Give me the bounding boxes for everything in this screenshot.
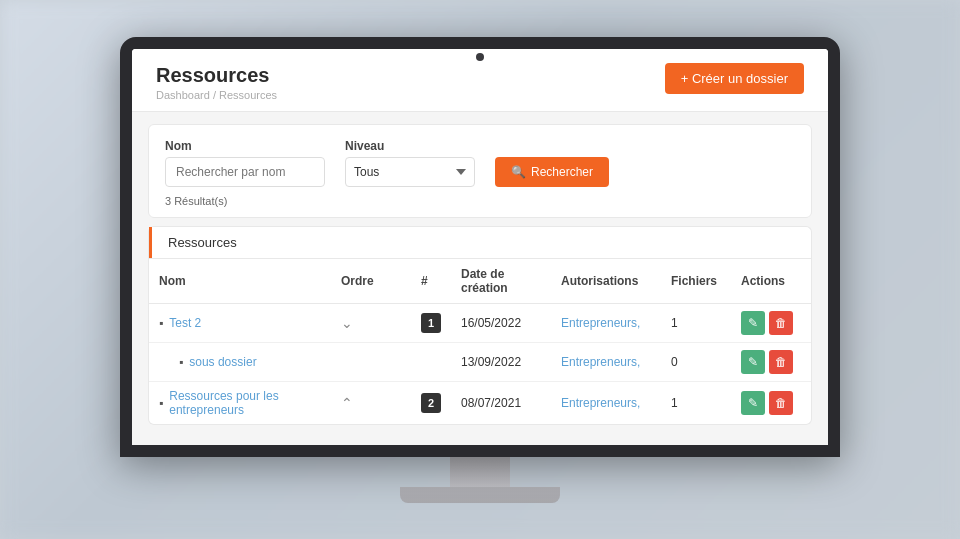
row3-order-badge: 2 (421, 393, 441, 413)
row3-ordre: ⌃ (331, 381, 411, 424)
row3-edit-button[interactable]: ✎ (741, 391, 765, 415)
filter-nom-label: Nom (165, 139, 325, 153)
table-row: ▪ Ressources pour les entrepreneurs ⌃ (149, 381, 811, 424)
breadcrumb: Dashboard / Ressources (156, 89, 277, 101)
row1-name-link[interactable]: Test 2 (169, 316, 201, 330)
results-count: 3 Résultat(s) (165, 195, 795, 207)
row2-subfolder-icon-container: ▪ sous dossier (179, 355, 257, 369)
table-row: ▪ sous dossier 13/09/2022 Entrepreneurs,… (149, 342, 811, 381)
row2-delete-button[interactable]: 🗑 (769, 350, 793, 374)
tab-section: Ressources (148, 226, 812, 259)
row1-actions: ✎ 🗑 (731, 303, 811, 342)
filter-group-nom: Nom (165, 139, 325, 187)
row1-order-controls: ⌄ (341, 315, 401, 331)
table-header-row: Nom Ordre # Date de création Autorisatio… (149, 259, 811, 304)
col-header-date: Date de création (451, 259, 551, 304)
row3-badge: 2 (411, 381, 451, 424)
row3-files: 1 (661, 381, 731, 424)
edit-icon: ✎ (748, 316, 758, 330)
row2-files: 0 (661, 342, 731, 381)
row1-nom: ▪ Test 2 (149, 303, 331, 342)
row1-action-buttons: ✎ 🗑 (741, 311, 801, 335)
edit-icon: ✎ (748, 355, 758, 369)
row1-badge: 1 (411, 303, 451, 342)
row3-delete-button[interactable]: 🗑 (769, 391, 793, 415)
row1-delete-button[interactable]: 🗑 (769, 311, 793, 335)
monitor-stand-base (400, 487, 560, 503)
top-bar: Ressources Dashboard / Ressources + Crée… (132, 49, 828, 112)
row2-auth-link[interactable]: Entrepreneurs, (561, 355, 640, 369)
row1-folder-icon-container: ▪ Test 2 (159, 316, 201, 330)
row1-edit-button[interactable]: ✎ (741, 311, 765, 335)
delete-icon: 🗑 (775, 316, 787, 330)
row2-nom: ▪ sous dossier (149, 342, 331, 381)
row3-order-controls: ⌃ (341, 395, 401, 411)
monitor: Ressources Dashboard / Ressources + Crée… (120, 37, 840, 503)
row3-name-link[interactable]: Ressources pour les entrepreneurs (169, 389, 321, 417)
col-header-nom: Nom (149, 259, 331, 304)
tabs: Ressources (149, 227, 811, 259)
filter-group-niveau: Niveau Tous Niveau 1 Niveau 2 Niveau 3 (345, 139, 475, 187)
col-header-actions: Actions (731, 259, 811, 304)
filter-niveau-label: Niveau (345, 139, 475, 153)
row1-ordre: ⌄ (331, 303, 411, 342)
search-icon: 🔍 (511, 165, 526, 179)
row2-badge (411, 342, 451, 381)
row1-chevron-down-icon[interactable]: ⌄ (341, 315, 353, 331)
row3-nom: ▪ Ressources pour les entrepreneurs (149, 381, 331, 424)
edit-icon: ✎ (748, 396, 758, 410)
row3-date: 08/07/2021 (451, 381, 551, 424)
row3-actions: ✎ 🗑 (731, 381, 811, 424)
app-container: Ressources Dashboard / Ressources + Crée… (132, 49, 828, 445)
row1-auth-link[interactable]: Entrepreneurs, (561, 316, 640, 330)
row3-auth-link[interactable]: Entrepreneurs, (561, 396, 640, 410)
filter-row: Nom Niveau Tous Niveau 1 Niveau 2 Niveau… (165, 139, 795, 187)
col-header-auth: Autorisations (551, 259, 661, 304)
row1-auth: Entrepreneurs, (551, 303, 661, 342)
row1-order-badge: 1 (421, 313, 441, 333)
row3-folder-icon-container: ▪ Ressources pour les entrepreneurs (159, 389, 321, 417)
col-header-ordre: Ordre (331, 259, 411, 304)
table-body: ▪ Test 2 ⌄ 1 (149, 303, 811, 424)
filter-nom-input[interactable] (165, 157, 325, 187)
row3-auth: Entrepreneurs, (551, 381, 661, 424)
row2-action-buttons: ✎ 🗑 (741, 350, 801, 374)
breadcrumb-home[interactable]: Dashboard (156, 89, 210, 101)
folder-icon: ▪ (159, 396, 163, 410)
top-bar-left: Ressources Dashboard / Ressources (156, 63, 277, 101)
page-title: Ressources (156, 63, 277, 87)
col-header-fichiers: Fichiers (661, 259, 731, 304)
row2-ordre (331, 342, 411, 381)
search-button[interactable]: 🔍 Rechercher (495, 157, 609, 187)
row2-actions: ✎ 🗑 (731, 342, 811, 381)
filter-niveau-select[interactable]: Tous Niveau 1 Niveau 2 Niveau 3 (345, 157, 475, 187)
col-header-hash: # (411, 259, 451, 304)
folder-icon: ▪ (159, 316, 163, 330)
row2-edit-button[interactable]: ✎ (741, 350, 765, 374)
table-row: ▪ Test 2 ⌄ 1 (149, 303, 811, 342)
row1-files: 1 (661, 303, 731, 342)
table-container: Nom Ordre # Date de création Autorisatio… (148, 259, 812, 425)
delete-icon: 🗑 (775, 396, 787, 410)
row3-chevron-up-icon[interactable]: ⌃ (341, 395, 353, 411)
row3-action-buttons: ✎ 🗑 (741, 391, 801, 415)
row2-name-link[interactable]: sous dossier (189, 355, 256, 369)
delete-icon: 🗑 (775, 355, 787, 369)
create-dossier-button[interactable]: + Créer un dossier (665, 63, 804, 94)
row2-auth: Entrepreneurs, (551, 342, 661, 381)
resources-table: Nom Ordre # Date de création Autorisatio… (149, 259, 811, 424)
row2-date: 13/09/2022 (451, 342, 551, 381)
filter-section: Nom Niveau Tous Niveau 1 Niveau 2 Niveau… (148, 124, 812, 218)
subfolder-icon: ▪ (179, 355, 183, 369)
search-button-label: Rechercher (531, 165, 593, 179)
tab-ressources[interactable]: Ressources (149, 227, 253, 258)
monitor-screen: Ressources Dashboard / Ressources + Crée… (120, 37, 840, 457)
row1-date: 16/05/2022 (451, 303, 551, 342)
monitor-stand-neck (450, 457, 510, 487)
breadcrumb-current: Ressources (219, 89, 277, 101)
